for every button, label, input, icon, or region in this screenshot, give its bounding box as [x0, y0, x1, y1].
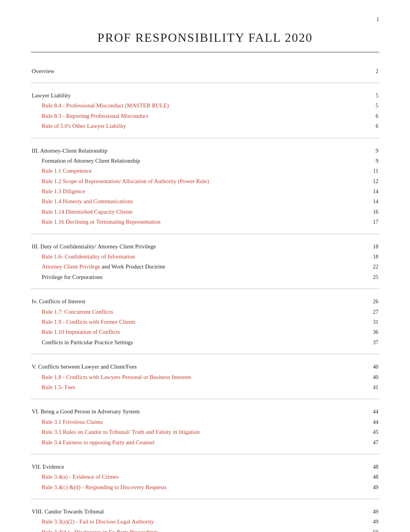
toc-section-overview: Overview2	[31, 63, 379, 76]
subsection-label-rule-1-1: Rule 1.1 Competence	[42, 166, 367, 175]
toc-section-viii-candor: VIII. Candor Towards Tribunal49Rule 3.3(…	[31, 504, 379, 532]
subsection-page-rule-1-1: 11	[367, 167, 378, 175]
toc-container: Overview2Lawyer Liability5Rule 8.4 - Pro…	[31, 63, 379, 532]
toc-section-iii-attorney-client: III. Attorney-Client Relationship9Format…	[31, 143, 379, 227]
toc-row-overview: Overview2	[31, 63, 379, 76]
toc-row-rule-3-3a2: Rule 3.3(a)(2) - Fail to Disclose Legal …	[31, 517, 379, 526]
toc-row-rule-1-10: Rule 1.10 Imputation of Conflicts36	[31, 327, 379, 337]
toc-row-rule-1-7: Rule 1.7: Concurrent Conflicts27	[31, 307, 379, 316]
subsection-page-rule-3-3: 45	[367, 428, 378, 437]
subsection-label-conflicts-particular: Conflicts in Particular Practice Setting…	[42, 338, 367, 347]
toc-section-iv-conflicts: Iv. Conflicts of Interest26Rule 1.7: Con…	[31, 294, 379, 347]
toc-row-vi-good-person: VI. Being a Good Person in Adversary Sys…	[31, 404, 379, 416]
toc-row-v-conflicts-fees: V. Conflicts between Lawyer and Client/F…	[31, 359, 379, 371]
section-label-iii-confidentiality: III. Duty of Confidentiality/ Attorney C…	[32, 242, 367, 251]
subsection-label-rule-5-0: Rule of 5.0's Other Lawyer Liability	[42, 121, 367, 131]
subsection-label-rule-1-6: Rule 1.6- Confidentiality of Information	[42, 252, 367, 261]
toc-row-rule-1-5: Rule 1.5- Fees41	[31, 382, 379, 392]
toc-row-lawyer-liability: Lawyer Liability5	[31, 88, 379, 100]
subsection-page-priv-corp: 25	[367, 273, 378, 282]
section-label-iv-conflicts: Iv. Conflicts of Interest	[32, 297, 367, 306]
page-title: PROF RESPONSIBILITY FALL 2020	[31, 28, 379, 52]
section-page-iii-confidentiality: 18	[367, 243, 378, 251]
section-page-lawyer-liability: 5	[367, 92, 378, 100]
toc-row-atty-client-priv: Attorney Client Privilege and Work Produ…	[31, 262, 379, 271]
subsection-page-rule-1-7: 27	[367, 308, 378, 316]
section-page-vi-good-person: 44	[367, 408, 378, 416]
subsection-page-rule-3-4: 47	[367, 439, 378, 447]
subsection-label-atty-client-priv: Attorney Client Privilege and Work Produ…	[42, 262, 367, 271]
subsection-label-rule-8-4: Rule 8.4 - Professional Misconduct (MAST…	[42, 101, 367, 110]
toc-row-rule-3-4a: Rule 3.4(a) - Evidence of Crimes48	[31, 472, 379, 481]
subsection-label-rule-1-2: Rule 1.2 Scope of Representation/ Alloca…	[42, 177, 367, 186]
toc-section-v-conflicts-fees: V. Conflicts between Lawyer and Client/F…	[31, 359, 379, 392]
subsection-label-priv-corp: Privilege for Corporations	[42, 272, 367, 282]
subsection-page-rule-1-5: 41	[367, 383, 378, 392]
subsection-page-rule-1-8: 40	[367, 373, 378, 382]
work-product-black: and Work Product Doctrine	[100, 263, 165, 270]
subsection-label-rule-3-3: Rule 3.3 Rules on Candor to Tribunal/ Tr…	[42, 427, 367, 437]
toc-row-rule-1-8: Rule 1.8 - Conflicts with Lawyers Person…	[31, 372, 379, 382]
subsection-page-rule-1-10: 36	[367, 328, 378, 337]
toc-row-formation: Formation of Attorney Client Relationshi…	[31, 156, 379, 165]
toc-row-rule-1-3: Rule 1.3 Diligence14	[31, 187, 379, 196]
page-number-top: 1	[31, 15, 379, 24]
subsection-page-rule-1-9: 31	[367, 318, 378, 326]
subsection-label-rule-1-16: Rule 1.16 Declining or Terminating Repre…	[42, 217, 367, 226]
toc-row-rule-1-4: Rule 1.4 Honesty and Communications14	[31, 197, 379, 206]
toc-row-conflicts-particular: Conflicts in Particular Practice Setting…	[31, 338, 379, 347]
toc-row-iii-confidentiality: III. Duty of Confidentiality/ Attorney C…	[31, 239, 379, 251]
section-page-iii-attorney-client: 9	[367, 147, 378, 155]
section-label-vii-evidence: VII. Evidence	[32, 462, 367, 471]
toc-row-rule-1-1: Rule 1.1 Competence11	[31, 166, 379, 175]
subsection-page-rule-1-2: 12	[367, 177, 378, 186]
subsection-label-rule-1-4: Rule 1.4 Honesty and Communications	[42, 197, 367, 206]
subsection-page-rule-3-1: 44	[367, 418, 378, 427]
toc-row-rule-3-4: Rule 3.4 Fairness to opposing Party and …	[31, 438, 379, 447]
toc-row-rule-3-4cd: Rule 3.4(c) &(d) - Responding to Discove…	[31, 483, 379, 492]
subsection-page-rule-1-6: 18	[367, 253, 378, 261]
section-label-overview: Overview	[32, 66, 367, 76]
section-page-overview: 2	[367, 67, 378, 76]
toc-row-iii-attorney-client: III. Attorney-Client Relationship9	[31, 143, 379, 155]
subsection-label-rule-3-1: Rule 3.1 Frivolous Claims	[42, 417, 367, 427]
toc-row-rule-1-16: Rule 1.16 Declining or Terminating Repre…	[31, 217, 379, 226]
toc-row-rule-3-3: Rule 3.3 Rules on Candor to Tribunal/ Tr…	[31, 427, 379, 437]
toc-row-rule-1-14: Rule 1.14 Diminished Capacity Clients16	[31, 207, 379, 216]
subsection-page-rule-1-3: 14	[367, 187, 378, 196]
toc-row-priv-corp: Privilege for Corporations25	[31, 272, 379, 282]
section-label-viii-candor: VIII. Candor Towards Tribunal	[32, 507, 367, 516]
subsection-label-rule-1-10: Rule 1.10 Imputation of Conflicts	[42, 327, 367, 337]
subsection-page-rule-8-4: 5	[367, 102, 378, 110]
section-label-v-conflicts-fees: V. Conflicts between Lawyer and Client/F…	[32, 362, 367, 371]
toc-row-rule-1-2: Rule 1.2 Scope of Representation/ Alloca…	[31, 177, 379, 186]
toc-row-rule-1-9: Rule 1.9 - Conflicts with Former Clients…	[31, 317, 379, 326]
subsection-page-rule-1-16: 17	[367, 218, 378, 226]
subsection-page-atty-client-priv: 22	[367, 263, 378, 271]
subsection-label-rule-3-3d: Rule 3.3(d ) - Disclosures in Ex Parte P…	[42, 527, 367, 532]
toc-section-vii-evidence: VII. Evidence48Rule 3.4(a) - Evidence of…	[31, 459, 379, 492]
toc-section-vi-good-person: VI. Being a Good Person in Adversary Sys…	[31, 404, 379, 447]
toc-row-vii-evidence: VII. Evidence48	[31, 459, 379, 471]
subsection-page-formation: 9	[367, 157, 378, 165]
atty-client-priv-red: Attorney Client Privilege	[42, 263, 100, 270]
section-label-lawyer-liability: Lawyer Liability	[32, 91, 367, 100]
subsection-label-rule-1-7: Rule 1.7: Concurrent Conflicts	[42, 307, 367, 316]
subsection-page-rule-3-4a: 48	[367, 473, 378, 481]
toc-row-viii-candor: VIII. Candor Towards Tribunal49	[31, 504, 379, 516]
toc-row-rule-3-3d: Rule 3.3(d ) - Disclosures in Ex Parte P…	[31, 527, 379, 532]
toc-row-rule-3-1: Rule 3.1 Frivolous Claims44	[31, 417, 379, 427]
toc-section-iii-confidentiality: III. Duty of Confidentiality/ Attorney C…	[31, 239, 379, 282]
subsection-label-rule-3-4a: Rule 3.4(a) - Evidence of Crimes	[42, 472, 367, 481]
subsection-label-rule-1-9: Rule 1.9 - Conflicts with Former Clients	[42, 317, 367, 326]
section-label-iii-attorney-client: III. Attorney-Client Relationship	[32, 146, 367, 155]
toc-row-iv-conflicts: Iv. Conflicts of Interest26	[31, 294, 379, 306]
subsection-label-formation: Formation of Attorney Client Relationshi…	[42, 156, 367, 165]
subsection-page-rule-1-4: 14	[367, 197, 378, 206]
subsection-label-rule-3-4cd: Rule 3.4(c) &(d) - Responding to Discove…	[42, 483, 367, 492]
section-page-v-conflicts-fees: 40	[367, 363, 378, 371]
section-label-vi-good-person: VI. Being a Good Person in Adversary Sys…	[32, 407, 367, 416]
subsection-page-rule-5-0: 6	[367, 122, 378, 131]
toc-section-lawyer-liability: Lawyer Liability5Rule 8.4 - Professional…	[31, 88, 379, 131]
subsection-label-rule-1-8: Rule 1.8 - Conflicts with Lawyers Person…	[42, 372, 367, 382]
